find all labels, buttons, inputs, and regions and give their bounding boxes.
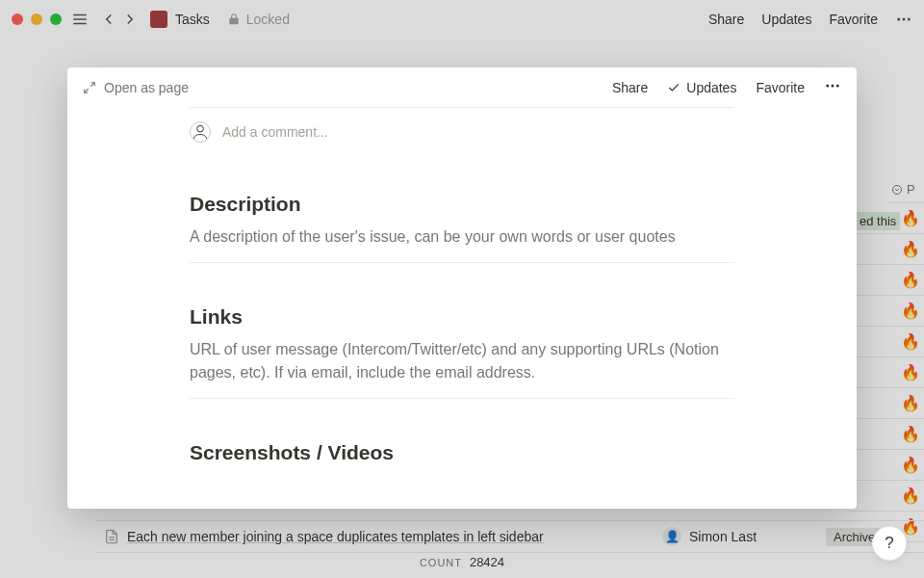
modal-body: Description A description of the user's … xyxy=(67,107,857,509)
section-heading: Description xyxy=(190,193,734,216)
section-body[interactable]: URL of user message (Intercom/Twitter/et… xyxy=(190,338,734,384)
help-button[interactable]: ? xyxy=(872,526,907,561)
section-heading: Links xyxy=(190,305,734,328)
open-as-page-label: Open as page xyxy=(104,80,189,95)
section-description: Description A description of the user's … xyxy=(190,158,734,271)
svg-line-9 xyxy=(90,82,94,86)
modal-share-button[interactable]: Share xyxy=(612,80,648,95)
modal-more-icon[interactable] xyxy=(824,77,841,97)
svg-point-11 xyxy=(826,85,829,88)
comment-input[interactable] xyxy=(222,124,734,140)
modal-updates-button[interactable]: Updates xyxy=(667,80,736,95)
modal-actions: Share Updates Favorite xyxy=(612,77,841,97)
expand-icon xyxy=(83,81,96,94)
section-body[interactable]: A description of the user's issue, can b… xyxy=(190,225,734,249)
section-media: Screenshots / Videos xyxy=(190,407,734,482)
page-modal: Open as page Share Updates Favorite xyxy=(67,67,857,509)
open-as-page-button[interactable]: Open as page xyxy=(83,80,189,95)
help-label: ? xyxy=(885,534,893,553)
section-heading: Screenshots / Videos xyxy=(190,441,734,464)
modal-favorite-button[interactable]: Favorite xyxy=(756,80,805,95)
section-links: Links URL of user message (Intercom/Twit… xyxy=(190,271,734,407)
check-icon xyxy=(667,81,680,94)
modal-header: Open as page Share Updates Favorite xyxy=(67,67,857,107)
svg-line-10 xyxy=(85,89,89,92)
svg-point-14 xyxy=(197,125,204,132)
svg-point-13 xyxy=(836,85,839,88)
svg-point-12 xyxy=(832,85,834,88)
avatar xyxy=(190,121,211,143)
comment-composer[interactable] xyxy=(190,108,734,158)
